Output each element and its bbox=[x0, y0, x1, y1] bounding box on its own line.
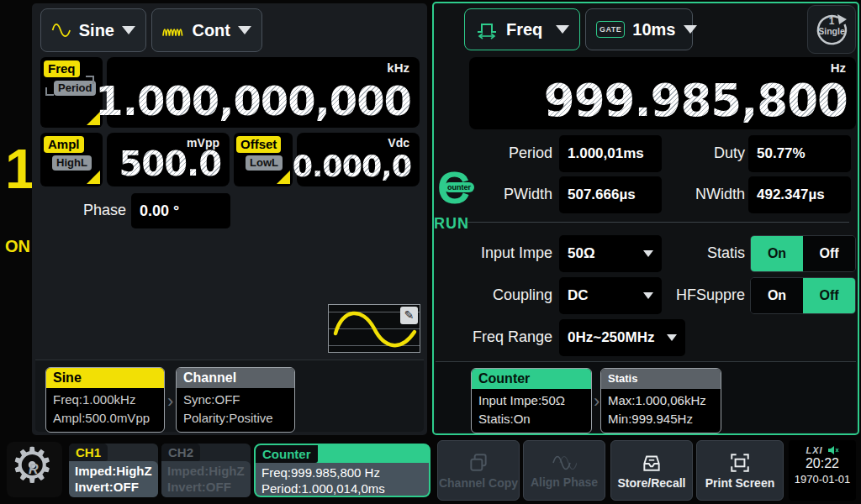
single-cycle-icon: 1 Single bbox=[812, 10, 851, 49]
chevron-down-icon bbox=[643, 250, 653, 257]
ch2-tab-label: CH2 bbox=[161, 444, 200, 461]
amplitude-display[interactable]: mVpp 500.0 bbox=[107, 133, 230, 186]
frequency-value: 1.000,000,000 bbox=[95, 77, 411, 124]
system-settings-button[interactable]: ⚙ R bbox=[7, 442, 62, 497]
sine-wave-icon bbox=[51, 22, 71, 39]
edit-waveform-icon[interactable]: ✎ bbox=[400, 307, 418, 324]
svg-text:1: 1 bbox=[829, 15, 835, 27]
divider bbox=[467, 222, 849, 223]
coupling-label: Coupling bbox=[439, 286, 552, 304]
counter-panel: C ounter RUN Freq GATE 10ms 1 Single Hz … bbox=[432, 2, 859, 435]
corner-bracket-icon bbox=[45, 87, 54, 96]
sine-card-line: Freq:1.000kHz bbox=[53, 391, 157, 409]
offset-value: 0.000,0 bbox=[293, 150, 411, 183]
pulse-width-icon bbox=[475, 19, 499, 39]
phase-input[interactable]: 0.00 ° bbox=[131, 193, 230, 228]
logo-r: R bbox=[29, 462, 39, 477]
freq-range-dropdown[interactable]: 0Hz~250MHz bbox=[559, 319, 685, 356]
counter-frequency-display: Hz 999.985,800 bbox=[469, 57, 856, 129]
chevron-down-icon bbox=[684, 25, 697, 34]
waveform-preview[interactable]: ✎ bbox=[328, 304, 420, 353]
channel-card-title: Channel bbox=[177, 368, 294, 388]
channel-copy-button[interactable]: Channel Copy bbox=[437, 440, 520, 501]
gate-time-dropdown[interactable]: GATE 10ms bbox=[585, 8, 693, 50]
counter-mode-label: Freq bbox=[506, 20, 542, 39]
offset-display[interactable]: Vdc 0.000,0 bbox=[297, 133, 420, 186]
sine-info-card[interactable]: Sine Freq:1.000kHz Ampl:500.0mVpp bbox=[45, 367, 165, 433]
ampl-highl-selector[interactable]: Ampl HighL bbox=[40, 133, 103, 186]
cont-wave-icon bbox=[162, 22, 184, 39]
freq-period-selector[interactable]: Freq Period bbox=[40, 57, 103, 128]
statis-label: Statis bbox=[669, 244, 745, 262]
channel-1-indicator: 1 bbox=[5, 141, 32, 197]
frequency-display[interactable]: kHz 1.000,000,000 bbox=[107, 57, 420, 128]
statis-on-button[interactable]: On bbox=[751, 236, 803, 271]
counter-status-tab[interactable]: Counter Freq:999.985,800 Hz Period:1.000… bbox=[254, 444, 430, 497]
input-impedance-dropdown[interactable]: 50Ω bbox=[559, 235, 662, 272]
phase-label: Phase bbox=[40, 202, 126, 219]
print-screen-button[interactable]: Print Screen bbox=[696, 440, 784, 501]
offset-mode-pill[interactable]: Offset bbox=[236, 136, 281, 153]
single-trigger-button[interactable]: 1 Single bbox=[807, 5, 856, 54]
run-mode-label: Cont bbox=[192, 21, 230, 40]
lowl-mode-pill[interactable]: LowL bbox=[246, 155, 283, 171]
channel-info-card[interactable]: Channel Sync:OFF Polarity:Positive bbox=[176, 367, 295, 433]
ch2-status-tab[interactable]: CH2 Imped:HighZ Invert:OFF bbox=[161, 444, 251, 497]
counter-run-state: RUN bbox=[434, 215, 471, 233]
speaker-icon bbox=[827, 445, 839, 455]
align-phase-icon bbox=[552, 453, 577, 473]
channel-1-on-state: ON bbox=[2, 237, 34, 256]
status-clock: LXI 20:22 1970-01-01 bbox=[789, 440, 856, 501]
statis-info-card[interactable]: Statis Max:1.000,06kHz Min:999.945Hz bbox=[600, 368, 721, 433]
hfsuppre-off-button[interactable]: Off bbox=[803, 278, 855, 313]
chevron-down-icon bbox=[556, 25, 569, 34]
statis-card-line: Min:999.945Hz bbox=[608, 410, 714, 428]
chevron-down-icon bbox=[667, 334, 677, 341]
print-screen-icon bbox=[729, 452, 751, 474]
align-phase-button[interactable]: Align Phase bbox=[523, 440, 605, 501]
highl-mode-pill[interactable]: HighL bbox=[52, 155, 92, 171]
statis-card-title: Statis bbox=[601, 369, 721, 389]
channel-card-line: Polarity:Positive bbox=[183, 409, 288, 428]
offset-lowl-selector[interactable]: Offset LowL bbox=[234, 133, 293, 186]
counter-card-line: Input Impe:50Ω bbox=[478, 391, 584, 410]
waveform-select-dropdown[interactable]: Sine bbox=[40, 8, 146, 52]
counter-card-title: Counter bbox=[472, 369, 591, 389]
ch2-line: Invert:OFF bbox=[167, 479, 245, 495]
counter-tab-line: Freq:999.985,800 Hz bbox=[261, 465, 423, 480]
sine-card-title: Sine bbox=[46, 368, 164, 388]
ch2-line: Imped:HighZ bbox=[167, 463, 245, 479]
counter-info-card[interactable]: Counter Input Impe:50Ω Statis:On bbox=[471, 368, 592, 433]
clock-date: 1970-01-01 bbox=[789, 473, 856, 486]
input-impedance-value: 50Ω bbox=[568, 245, 595, 262]
statis-toggle: On Off bbox=[750, 235, 856, 272]
freq-range-value: 0Hz~250MHz bbox=[568, 329, 654, 346]
coupling-dropdown[interactable]: DC bbox=[559, 277, 662, 314]
pwidth-label: PWidth bbox=[439, 186, 552, 203]
offset-unit: Vdc bbox=[388, 136, 409, 150]
chevron-down-icon bbox=[238, 26, 251, 34]
storage-tray-icon bbox=[641, 452, 663, 474]
run-mode-dropdown[interactable]: Cont bbox=[151, 8, 262, 52]
channel1-panel: Sine Cont Freq Period kHz 1.000,000,000 … bbox=[32, 3, 427, 435]
waveform-select-label: Sine bbox=[79, 21, 114, 40]
ch1-status-tab[interactable]: CH1 Imped:HighZ Invert:OFF bbox=[69, 444, 158, 497]
chevron-down-icon bbox=[643, 292, 653, 299]
statis-off-button[interactable]: Off bbox=[803, 236, 855, 271]
statis-card-line: Max:1.000,06kHz bbox=[608, 391, 714, 410]
copy-icon bbox=[467, 452, 489, 474]
hfsuppre-toggle: On Off bbox=[750, 277, 856, 314]
store-recall-button[interactable]: Store/Recall bbox=[610, 440, 693, 501]
clock-time: 20:22 bbox=[789, 456, 856, 471]
ampl-mode-pill[interactable]: Ampl bbox=[44, 136, 84, 153]
duty-label: Duty bbox=[669, 144, 745, 162]
period-label: Period bbox=[439, 144, 552, 162]
duty-value: 50.77% bbox=[748, 135, 851, 172]
hfsuppre-on-button[interactable]: On bbox=[751, 278, 803, 313]
counter-card-line: Statis:On bbox=[478, 410, 584, 428]
coupling-value: DC bbox=[568, 287, 589, 304]
chevron-right-icon: › bbox=[167, 392, 173, 411]
nwidth-value: 492.347µs bbox=[748, 176, 851, 213]
freq-mode-pill[interactable]: Freq bbox=[44, 60, 80, 77]
counter-mode-dropdown[interactable]: Freq bbox=[464, 8, 580, 50]
